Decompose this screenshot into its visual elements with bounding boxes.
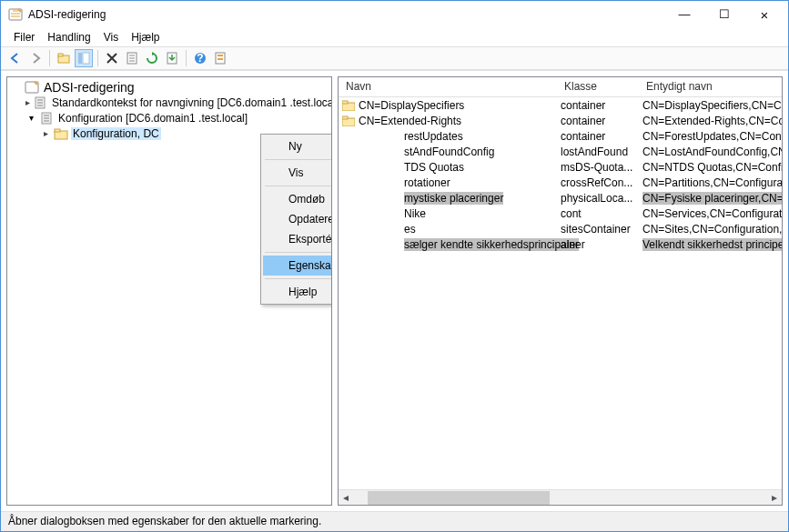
- show-tree-button[interactable]: [75, 49, 93, 67]
- help-button[interactable]: ?: [191, 49, 209, 67]
- tree-root[interactable]: ▸ ADSI-redigering: [7, 79, 331, 95]
- menu-item-properties[interactable]: Egenskaber: [263, 256, 332, 276]
- properties-button[interactable]: [123, 49, 141, 67]
- close-button[interactable]: ×: [754, 7, 775, 23]
- export-button[interactable]: [163, 49, 181, 67]
- menu-item-label: Ny: [288, 140, 302, 153]
- menu-item-label: Hjælp: [288, 286, 317, 298]
- cell-class: lostAndFound: [557, 146, 639, 158]
- cell-class: msDS-Quota...: [557, 161, 639, 174]
- expander-icon[interactable]: ▸: [25, 97, 30, 107]
- svg-rect-22: [55, 129, 60, 132]
- tree-node-label: Standardkontekst for navngivning [DC6.do…: [50, 96, 332, 109]
- menu-item-help[interactable]: Hjælp: [263, 282, 332, 302]
- svg-text:?: ?: [197, 52, 203, 65]
- cell-class: cont: [557, 207, 639, 220]
- list-row[interactable]: CN=DisplaySpecifierscontainerCN=DisplayS…: [339, 97, 782, 113]
- svg-rect-2: [58, 54, 63, 56]
- cell-class: sitesContainer: [557, 223, 639, 236]
- window-controls: — ☐ ×: [673, 7, 781, 23]
- folder-icon: [54, 126, 68, 141]
- maximize-button[interactable]: ☐: [713, 7, 735, 23]
- cell-name: Nike: [404, 207, 426, 220]
- menu-item-new[interactable]: Ny ▶: [263, 136, 332, 156]
- svg-rect-18: [44, 115, 49, 116]
- settings-button[interactable]: [211, 49, 229, 67]
- menu-item-export[interactable]: Eksportér liste...: [263, 229, 332, 249]
- menu-separator: [265, 278, 332, 279]
- list-row[interactable]: CN=Extended-RightscontainerCN=Extended-R…: [339, 113, 782, 128]
- cell-dn: CN=Extended-Rights,CN=Confi: [642, 115, 782, 127]
- menu-separator: [265, 159, 332, 160]
- cell-name: rotationer: [404, 176, 450, 189]
- column-header-name[interactable]: Navn: [339, 77, 557, 96]
- list-row[interactable]: mystiske placeringerphysicalLoca...CN=Fy…: [339, 190, 782, 206]
- list-body: CN=DisplaySpecifierscontainerCN=DisplayS…: [339, 97, 782, 489]
- menu-item-label: Omdøb: [288, 193, 325, 206]
- cell-dn: CN=Services,CN=Configuration,: [642, 207, 782, 220]
- svg-rect-26: [342, 116, 348, 119]
- folder-icon: [342, 115, 355, 126]
- list-row[interactable]: rotationercrossRefCon...CN=Partitions,CN…: [339, 175, 782, 190]
- list-pane: Navn Klasse Entydigt navn CN=DisplaySpec…: [338, 76, 783, 506]
- list-row[interactable]: TDS QuotasmsDS-Quota...CN=NTDS Quotas,CN…: [339, 159, 782, 175]
- horizontal-scrollbar[interactable]: ◂ ▸: [339, 489, 782, 505]
- cell-name: es: [404, 223, 416, 236]
- tree-node-label: Konfiguration [DC6.domain1 .test.local]: [56, 112, 249, 125]
- forward-button[interactable]: [26, 49, 45, 67]
- scroll-thumb[interactable]: [368, 491, 550, 505]
- titlebar: ADSI-redigering — ☐ ×: [1, 1, 788, 28]
- menu-item-view[interactable]: Vis ▶: [263, 163, 332, 183]
- cell-class: container: [557, 99, 639, 112]
- menubar: Filer Handling Vis Hjælp: [1, 28, 788, 46]
- svg-rect-14: [37, 99, 43, 101]
- menu-separator: [265, 186, 332, 186]
- menu-view[interactable]: Vis: [104, 31, 118, 44]
- menu-file[interactable]: Filer: [14, 31, 35, 44]
- up-folder-button[interactable]: [55, 49, 73, 67]
- cell-name: CN=DisplaySpecifiers: [359, 99, 464, 112]
- tree-node-configuration[interactable]: ▾ Konfiguration [DC6.domain1 .test.local…: [7, 110, 331, 125]
- menu-item-rename[interactable]: Omdøb: [263, 189, 332, 209]
- column-header-class[interactable]: Klasse: [557, 77, 639, 96]
- svg-rect-24: [342, 101, 348, 104]
- list-header: Navn Klasse Entydigt navn: [339, 77, 782, 97]
- tree-node-naming-context[interactable]: ▸ Standardkontekst for navngivning [DC6.…: [7, 95, 331, 110]
- menu-action[interactable]: Handling: [47, 31, 90, 44]
- expander-icon[interactable]: ▾: [25, 113, 36, 123]
- menu-item-label: Opdatere: [288, 213, 332, 226]
- cell-dn: CN=ForestUpdates,CN=Configu: [642, 130, 782, 143]
- column-header-dn[interactable]: Entydigt navn: [639, 77, 782, 96]
- app-window: ADSI-redigering — ☐ × Filer Handling Vis…: [0, 0, 789, 532]
- cell-name: stAndFoundConfig: [404, 146, 494, 158]
- list-row[interactable]: NikecontCN=Services,CN=Configuration,: [339, 206, 782, 221]
- list-row[interactable]: sælger kendte sikkerhedsprincipalerainer…: [339, 236, 782, 252]
- statusbar: Åbner dialogboksen med egenskaber for de…: [1, 511, 788, 531]
- context-icon: [39, 111, 54, 125]
- menu-item-refresh[interactable]: Opdatere: [263, 209, 332, 229]
- cell-class: physicalLoca...: [557, 192, 639, 205]
- svg-rect-4: [83, 53, 89, 64]
- cell-dn: CN=DisplaySpecifiers,CN=Confi: [642, 99, 782, 112]
- folder-icon: [342, 100, 355, 111]
- scroll-right-icon[interactable]: ▸: [767, 491, 782, 505]
- scroll-left-icon[interactable]: ◂: [339, 491, 353, 505]
- menu-item-label: Vis: [288, 166, 303, 179]
- cell-name: sælger kendte sikkerhedsprincipaler: [404, 238, 579, 251]
- cell-dn: CN=Sites,CN=Configuration,DC: [642, 223, 782, 236]
- refresh-button[interactable]: [143, 49, 161, 67]
- svg-rect-19: [44, 117, 49, 119]
- app-icon: [8, 7, 23, 22]
- list-row[interactable]: restUpdatescontainerCN=ForestUpdates,CN=…: [339, 128, 782, 144]
- delete-button[interactable]: [103, 49, 121, 67]
- list-row[interactable]: essitesContainerCN=Sites,CN=Configuratio…: [339, 221, 782, 236]
- window-title: ADSI-redigering: [28, 8, 673, 21]
- minimize-button[interactable]: —: [673, 7, 695, 23]
- menu-help[interactable]: Hjælp: [131, 31, 159, 44]
- adsi-root-icon: [25, 80, 39, 95]
- list-row[interactable]: stAndFoundConfiglostAndFoundCN=LostAndFo…: [339, 144, 782, 159]
- expander-icon[interactable]: ▸: [40, 128, 51, 138]
- back-button[interactable]: [6, 49, 25, 67]
- cell-name: TDS Quotas: [404, 161, 464, 174]
- cell-name: mystiske placeringer: [404, 192, 503, 205]
